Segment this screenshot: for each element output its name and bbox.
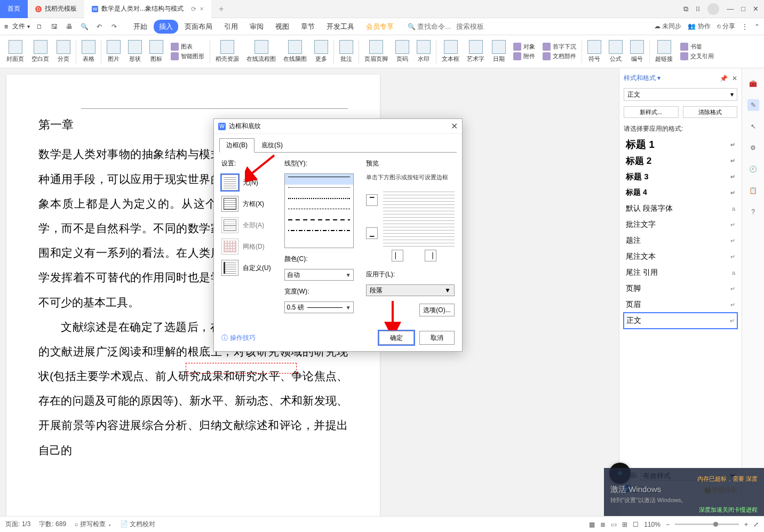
file-menu[interactable]: 文件 ▾ xyxy=(12,22,30,31)
preview-left-btn[interactable]: ▏ xyxy=(392,250,403,261)
zoom-in[interactable]: + xyxy=(744,521,748,528)
apply-to-combo[interactable]: 段落▼ xyxy=(366,284,455,296)
menu-tab-8[interactable]: 会员专享 xyxy=(361,20,399,34)
menu-tab-3[interactable]: 引用 xyxy=(219,20,243,34)
settings-icon[interactable]: ⚙ xyxy=(747,142,759,154)
ribbon-cover[interactable]: 封面页 xyxy=(3,37,27,67)
ribbon-mind[interactable]: 在线脑图 xyxy=(280,37,310,67)
ribbon-watermark[interactable]: 水印 xyxy=(413,37,434,67)
ribbon-doke[interactable]: 稻壳资源 xyxy=(212,37,242,67)
view-web-icon[interactable]: ▭ xyxy=(611,521,617,528)
clear-format-button[interactable]: 清除格式 xyxy=(683,106,738,118)
ribbon-parts[interactable]: 文档部件 xyxy=(543,52,576,60)
style-item-10[interactable]: 页眉↵ xyxy=(624,297,737,313)
ribbon-wordart[interactable]: 艺术字 xyxy=(464,37,488,67)
ribbon-iconlib[interactable]: 图标 xyxy=(146,37,166,67)
panel-close-icon[interactable]: ✕ xyxy=(732,75,737,82)
select-icon[interactable]: ↖ xyxy=(747,121,759,132)
tab-document[interactable]: W数学是人类对...象结构与模式⟳✕ xyxy=(84,0,211,18)
clipboard-icon[interactable]: 📋 xyxy=(747,185,759,196)
undo-icon[interactable]: ↶ xyxy=(94,21,105,32)
save-icon[interactable]: 🖫 xyxy=(49,21,60,32)
toolbox-icon[interactable]: 🧰 xyxy=(747,78,759,90)
redo-icon[interactable]: ↷ xyxy=(109,21,120,32)
ribbon-picture[interactable]: 图片 xyxy=(104,37,124,67)
ribbon-break[interactable]: 分页 xyxy=(53,37,74,67)
tab-shading[interactable]: 底纹(S) xyxy=(254,138,290,153)
document-proof[interactable]: 📄 文档校对 xyxy=(120,520,155,529)
ribbon-bookmark[interactable]: 书签 xyxy=(680,43,702,51)
menu-tab-5[interactable]: 视图 xyxy=(270,20,295,34)
apps-icon[interactable]: ⁞⁞ xyxy=(696,5,700,13)
preset-box[interactable]: 方框(X) xyxy=(221,195,277,213)
current-style-select[interactable]: 正文▾ xyxy=(624,88,737,101)
spell-check[interactable]: ⌕ 拼写检查 ▾ xyxy=(75,520,112,529)
style-item-2[interactable]: 标题 3↵ xyxy=(624,169,737,185)
window-close[interactable]: ✕ xyxy=(753,5,759,13)
menu-tab-7[interactable]: 开发工具 xyxy=(321,20,360,34)
ribbon-dropcap[interactable]: 首字下沉 xyxy=(543,43,576,51)
tab-doke-templates[interactable]: D找稻壳模板 xyxy=(28,0,84,18)
view-outline-icon[interactable]: ≣ xyxy=(600,521,606,528)
window-minimize[interactable]: — xyxy=(727,5,734,13)
preview-right-btn[interactable]: ▕ xyxy=(425,250,436,261)
ribbon-smartart[interactable]: 智能图形 xyxy=(171,52,204,60)
search-template-input[interactable] xyxy=(456,22,488,30)
styles-icon[interactable]: ✎ xyxy=(747,99,759,111)
new-icon[interactable]: 🗋 xyxy=(34,21,45,32)
ribbon-table[interactable]: 表格 xyxy=(78,37,99,67)
view-page-icon[interactable]: ▦ xyxy=(589,521,595,528)
collab-button[interactable]: 👥 协作 xyxy=(688,22,710,31)
menu-tab-1[interactable]: 插入 xyxy=(154,20,178,34)
ribbon-attach[interactable]: 附件 xyxy=(513,52,535,60)
ribbon-shape[interactable]: 形状 xyxy=(125,37,145,67)
word-count[interactable]: 字数: 689 xyxy=(39,520,66,529)
preview-icon[interactable]: 🔍 xyxy=(79,21,90,32)
clock-icon[interactable]: 🕘 xyxy=(747,163,759,175)
page-indicator[interactable]: 页面: 1/3 xyxy=(5,520,30,529)
preset-none[interactable]: 无(N) xyxy=(221,173,277,192)
tab-border[interactable]: 边框(B) xyxy=(219,138,254,153)
tab-home[interactable]: 首页 xyxy=(0,0,28,18)
line-type-list[interactable] xyxy=(284,173,354,248)
menu-tab-2[interactable]: 页面布局 xyxy=(179,20,218,34)
cancel-button[interactable]: 取消 xyxy=(419,331,455,345)
style-item-5[interactable]: 批注文字↵ xyxy=(624,217,737,233)
style-item-9[interactable]: 页脚↵ xyxy=(624,281,737,297)
window-maximize[interactable]: □ xyxy=(741,5,745,13)
menu-tab-0[interactable]: 开始 xyxy=(128,20,153,34)
ok-button[interactable]: 确定 xyxy=(379,331,414,345)
style-item-11[interactable]: 正文↵ xyxy=(624,313,737,329)
tips-link[interactable]: ⓘ操作技巧 xyxy=(221,334,256,343)
preview-top-btn[interactable]: ▔ xyxy=(366,194,378,206)
ribbon-blank[interactable]: 空白页 xyxy=(28,37,52,67)
share-button[interactable]: ⎋ 分享 xyxy=(717,22,735,31)
menu-tab-6[interactable]: 章节 xyxy=(296,20,320,34)
window-layout-icon[interactable]: ⧉ xyxy=(683,5,688,13)
ribbon-headerfooter[interactable]: 页眉页脚 xyxy=(361,37,391,67)
zoom-out[interactable]: − xyxy=(666,521,670,528)
ribbon-pageno[interactable]: 页码 xyxy=(392,37,412,67)
ribbon-chart[interactable]: 图表 xyxy=(171,43,193,51)
more-icon[interactable]: ⋮ xyxy=(742,23,748,30)
zoom-value[interactable]: 110% xyxy=(644,521,660,528)
view-read-icon[interactable]: ⊞ xyxy=(622,521,627,528)
preset-custom[interactable]: 自定义(U) xyxy=(221,259,277,277)
style-item-1[interactable]: 标题 2↵ xyxy=(624,153,737,169)
ribbon-equation[interactable]: 公式 xyxy=(606,37,626,67)
avatar[interactable] xyxy=(707,3,719,15)
help-icon[interactable]: ? xyxy=(747,206,759,218)
ribbon-flow[interactable]: 在线流程图 xyxy=(243,37,279,67)
preview-bottom-btn[interactable]: ▁ xyxy=(366,227,378,239)
view-focus-icon[interactable]: ☐ xyxy=(633,521,639,528)
style-item-8[interactable]: 尾注 引用a xyxy=(624,265,737,281)
preset-all[interactable]: 全部(A) xyxy=(221,216,277,234)
new-style-button[interactable]: 新样式... xyxy=(624,106,679,118)
collapse-ribbon-icon[interactable]: ⌃ xyxy=(754,23,760,30)
ribbon-date[interactable]: 日期 xyxy=(489,37,509,67)
style-item-7[interactable]: 尾注文本↵ xyxy=(624,249,737,265)
color-combo[interactable]: 自动▼ xyxy=(284,269,354,281)
tab-refresh-icon[interactable]: ⟳ xyxy=(191,5,196,13)
sync-status[interactable]: ☁ 未同步 xyxy=(654,22,681,31)
menu-tab-4[interactable]: 审阅 xyxy=(244,20,269,34)
